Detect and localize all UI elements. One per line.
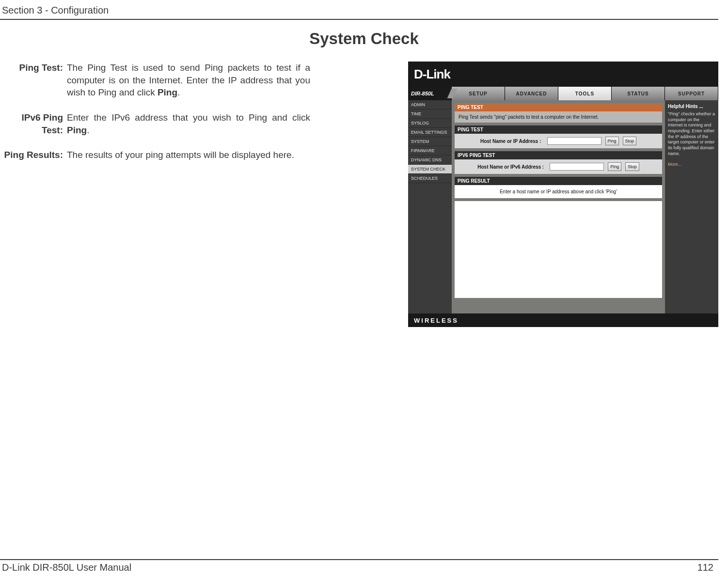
help-panel: Helpful Hints ... "Ping" checks whether … [665, 100, 718, 313]
tab-status[interactable]: STATUS [612, 87, 665, 100]
def-value-ping-test: The Ping Test is used to send Ping packe… [67, 62, 310, 99]
left-nav: ADMIN TIME SYSLOG EMAIL SETTINGS SYSTEM … [408, 100, 452, 313]
nav-syslog[interactable]: SYSLOG [408, 119, 452, 128]
nav-dynamic-dns[interactable]: DYNAMIC DNS [408, 156, 452, 165]
nav-schedules[interactable]: SCHEDULES [408, 174, 452, 183]
def-text: Enter the IPv6 address that you wish to … [67, 112, 310, 123]
router-tabs-row: DIR-850L SETUP ADVANCED TOOLS STATUS SUP… [408, 87, 718, 100]
stop-button[interactable]: Stop [623, 137, 637, 145]
ping-result-header: PING RESULT [455, 177, 662, 185]
tab-setup[interactable]: SETUP [452, 87, 505, 100]
def-after: . [87, 125, 89, 135]
help-text: "Ping" checks whether a computer on the … [668, 111, 715, 157]
ping-host-label: Host Name or IP Address : [480, 139, 541, 144]
section-header: Section 3 - Configuration [0, 5, 718, 20]
ipv6-ping-form: Host Name or IPv6 Address : Ping Stop [455, 159, 662, 174]
def-text: The Ping Test is used to send Ping packe… [67, 62, 310, 97]
definitions-grid: Ping Test: The Ping Test is used to send… [0, 62, 310, 161]
ping-test-panel-header: PING TEST [455, 125, 662, 134]
ipv6-stop-button[interactable]: Stop [625, 162, 639, 171]
def-label-ipv6-ping-test: IPv6 Ping Test: [0, 111, 63, 136]
def-bold: Ping [67, 125, 87, 135]
def-after: . [177, 87, 180, 97]
nav-admin[interactable]: ADMIN [408, 100, 452, 109]
wireless-label: WIRELESS [414, 317, 459, 324]
def-text: The results of your ping attempts will b… [67, 150, 294, 160]
ping-test-form: Host Name or IP Address : Ping Stop [455, 134, 662, 148]
tab-tools[interactable]: TOOLS [558, 87, 612, 100]
ipv6-host-input[interactable] [550, 163, 604, 171]
def-value-ping-results: The results of your ping attempts will b… [67, 149, 310, 161]
help-header: Helpful Hints ... [668, 103, 715, 109]
ping-host-input[interactable] [547, 137, 601, 145]
page-footer: D-Link DIR-850L User Manual 112 [0, 559, 718, 573]
def-label-ping-results: Ping Results: [0, 149, 63, 161]
help-more-link[interactable]: More... [668, 162, 715, 168]
nav-email[interactable]: EMAIL SETTINGS [408, 128, 452, 137]
def-bold: Ping [158, 87, 177, 97]
ipv6-host-label: Host Name or IPv6 Address : [477, 164, 544, 170]
nav-firmware[interactable]: FIRMWARE [408, 146, 452, 156]
ping-test-desc: Ping Test sends "ping" packets to test a… [455, 111, 662, 123]
nav-system-check[interactable]: SYSTEM CHECK [408, 165, 452, 174]
nav-system[interactable]: SYSTEM [408, 137, 452, 146]
center-panel: PING TEST Ping Test sends "ping" packets… [452, 100, 665, 313]
router-footer-bar: WIRELESS [408, 313, 718, 327]
footer-manual-title: D-Link DIR-850L User Manual [0, 562, 131, 573]
tab-advanced[interactable]: ADVANCED [505, 87, 558, 100]
def-value-ipv6-ping-test: Enter the IPv6 address that you wish to … [67, 111, 310, 136]
model-label: DIR-850L [408, 87, 452, 100]
ping-result-text: Enter a host name or IP address above an… [455, 185, 662, 198]
ipv6-ping-button[interactable]: Ping [608, 162, 621, 171]
ipv6-ping-header: IPV6 PING TEST [455, 151, 662, 159]
def-label-ping-test: Ping Test: [0, 62, 63, 99]
tab-support[interactable]: SUPPORT [665, 87, 718, 100]
router-header-bar: D-Link [408, 62, 718, 87]
ping-test-header: PING TEST [455, 103, 662, 111]
ping-button[interactable]: Ping [605, 137, 619, 145]
dlink-logo: D-Link [414, 67, 450, 82]
blank-area [455, 201, 662, 298]
footer-page-number: 112 [697, 562, 718, 573]
nav-time[interactable]: TIME [408, 109, 452, 119]
page-title: System Check [0, 30, 728, 48]
router-screenshot: D-Link DIR-850L SETUP ADVANCED TOOLS STA… [408, 62, 718, 327]
